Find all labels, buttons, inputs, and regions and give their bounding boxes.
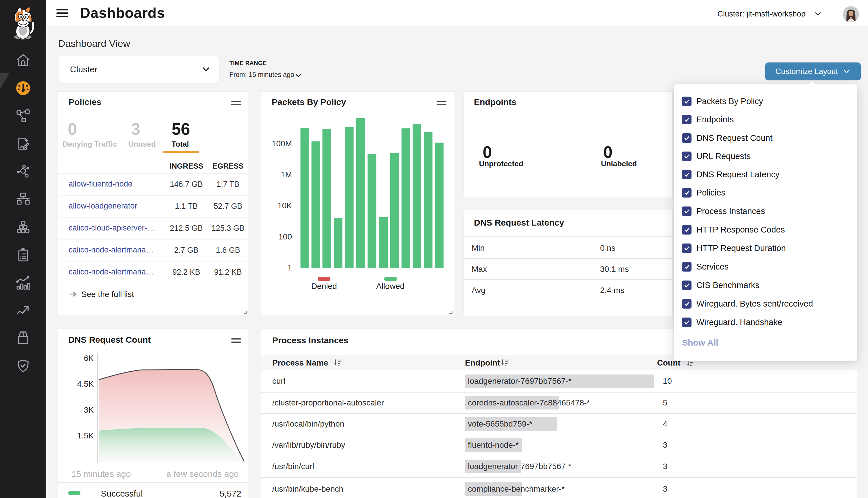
svg-text:6K: 6K (84, 354, 94, 363)
svg-text:1.5K: 1.5K (77, 431, 94, 440)
svg-text:100M: 100M (272, 139, 292, 148)
svg-text:1: 1 (287, 263, 292, 272)
svg-text:Allowed: Allowed (376, 282, 404, 291)
svg-text:1M: 1M (281, 170, 292, 179)
svg-text:Denied: Denied (311, 282, 337, 291)
svg-text:15 minutes ago: 15 minutes ago (72, 469, 131, 479)
svg-text:4.5K: 4.5K (77, 379, 94, 389)
svg-text:3K: 3K (84, 405, 94, 415)
svg-text:100: 100 (278, 232, 292, 241)
svg-text:a few seconds ago: a few seconds ago (166, 469, 239, 479)
svg-text:10K: 10K (277, 201, 292, 210)
